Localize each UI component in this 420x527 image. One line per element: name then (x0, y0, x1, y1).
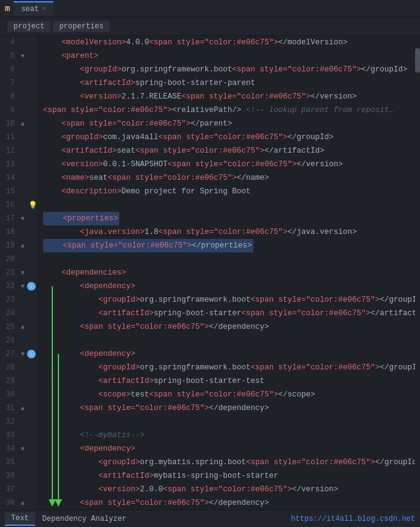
fold-icon[interactable]: ▲ (18, 243, 27, 249)
line-number: 15 (0, 187, 18, 196)
line-number: 35 (0, 458, 18, 467)
line-number: 38 (0, 499, 18, 507)
code-line: <modelVersion>4.0.0<span style="color:#e… (43, 36, 415, 49)
line-number: 26 (0, 336, 18, 345)
gutter-row: 17▼ (0, 212, 38, 225)
line-number: 13 (0, 160, 18, 169)
scrollbar-thumb[interactable] (415, 48, 420, 73)
gutter-row: 34▼ (0, 442, 38, 456)
status-url[interactable]: https://it4all.blog.csdn.net (291, 515, 415, 523)
status-tab-text[interactable]: Text (5, 512, 35, 526)
gutter-row: 8 (0, 90, 38, 103)
line-number: 31 (0, 404, 18, 412)
line-number: 17 (0, 214, 18, 223)
line-number: 9 (0, 106, 18, 115)
gutter-row: 32 (0, 415, 38, 428)
gutter-row: 25▲ (0, 320, 38, 334)
fold-icon[interactable]: ▼ (18, 270, 27, 276)
badge-icon: ↓ (27, 282, 36, 291)
fold-icon[interactable]: ▲ (18, 121, 27, 127)
gutter-row: 20 (0, 252, 38, 266)
gutter-row: 11 (0, 131, 38, 144)
gutter-row: 9 (0, 103, 38, 117)
code-line (43, 252, 415, 266)
line-number: 7 (0, 79, 18, 87)
code-line: <parent> (43, 49, 415, 63)
line-number: 4 (0, 38, 18, 47)
line-number: 11 (0, 133, 18, 142)
fold-icon[interactable]: ▼ (18, 446, 27, 453)
code-line (43, 415, 415, 428)
gutter-row: 5▼ (0, 49, 38, 63)
breadcrumb-project[interactable]: project (7, 21, 50, 32)
gutter-row: 22▼↓ (0, 280, 38, 293)
code-line: <!--mybatis--> (43, 428, 415, 442)
fold-icon[interactable]: ▼ (18, 53, 27, 60)
badge-icon: ↓ (27, 350, 36, 358)
line-number: 29 (0, 377, 18, 385)
line-number: 22 (0, 282, 18, 291)
line-number: 36 (0, 472, 18, 480)
fold-icon[interactable]: ▲ (18, 500, 27, 507)
gutter-row: 19▲ (0, 239, 38, 252)
fold-icon[interactable]: ▲ (18, 405, 27, 412)
line-number: 19 (0, 241, 18, 250)
code-line: <artifactId>mybatis-spring-boot-starter (43, 469, 415, 483)
editor-tab[interactable]: seat × (14, 1, 53, 16)
tab-filename: seat (21, 5, 39, 14)
gutter-row: 23 (0, 293, 38, 307)
code-line: <groupId>org.springframework.boot<span s… (43, 63, 415, 76)
gutter-row: 4 (0, 36, 38, 49)
gutter-row: 14 (0, 171, 38, 185)
line-number: 27 (0, 350, 18, 358)
gutter-row: 24 (0, 307, 38, 320)
gutter-row: 31▲ (0, 401, 38, 415)
code-line: <dependency> (43, 280, 415, 293)
code-line: <span style="color:#e06c75"><relativePat… (43, 103, 415, 117)
code-line: <artifactId>seat<span style="color:#e06c… (43, 144, 415, 158)
code-line: <dependencies> (43, 266, 415, 280)
gutter-row: 36 (0, 469, 38, 483)
line-number: 5 (0, 52, 18, 60)
fold-icon[interactable]: ▲ (18, 324, 27, 331)
code-line: <artifactId>spring-boot-starter<span sty… (43, 307, 415, 320)
gutter-row: 10▲ (0, 117, 38, 131)
gutter-row: 7 (0, 76, 38, 90)
code-line: <span style="color:#e06c75"></properties… (43, 239, 415, 252)
fold-icon[interactable]: ▼ (18, 283, 27, 290)
line-number: 25 (0, 323, 18, 331)
line-number: 34 (0, 445, 18, 453)
line-number: 6 (0, 65, 18, 74)
code-line: <name>seat<span style="color:#e06c75"></… (43, 171, 415, 185)
code-line: <groupId>org.mybatis.spring.boot<span st… (43, 456, 415, 469)
breadcrumb-properties[interactable]: properties (53, 21, 109, 32)
status-bar: Text Dependency Analyzer https://it4all.… (0, 510, 420, 527)
gutter-row: 29 (0, 374, 38, 388)
code-line: <dependency> (43, 442, 415, 456)
scrollbar-track[interactable] (415, 36, 420, 510)
status-tab-dependency[interactable]: Dependency Analyzer (36, 513, 133, 525)
code-line: <dependency> (43, 347, 415, 361)
title-bar: m seat × (0, 0, 420, 17)
line-number: 16 (0, 201, 18, 209)
gutter-row: 27▼↓ (0, 347, 38, 361)
code-area[interactable]: <modelVersion>4.0.0<span style="color:#e… (38, 36, 415, 510)
code-line: <span style="color:#e06c75"></dependency… (43, 496, 415, 510)
gutter-row: 18 (0, 225, 38, 239)
fold-icon[interactable]: ▼ (18, 215, 27, 222)
line-number: 33 (0, 431, 18, 440)
code-line: <java.version>1.8<span style="color:#e06… (43, 225, 415, 239)
tab-close-icon[interactable]: × (42, 6, 46, 12)
code-line: <description>Demo project for Spring Boo… (43, 185, 415, 198)
line-number: 14 (0, 174, 18, 182)
gutter-row: 15 (0, 185, 38, 198)
code-line (43, 198, 415, 212)
gutter-row: 26 (0, 334, 38, 347)
app-icon: m (5, 4, 10, 14)
gutter-row: 30 (0, 388, 38, 401)
breadcrumb-bar: project properties (0, 17, 420, 36)
code-line: <version>0.0.1-SNAPSHOT<span style="colo… (43, 158, 415, 171)
fold-icon[interactable]: ▼ (18, 351, 27, 358)
gutter-row: 35 (0, 456, 38, 469)
gutter-row: 16💡 (0, 198, 38, 212)
